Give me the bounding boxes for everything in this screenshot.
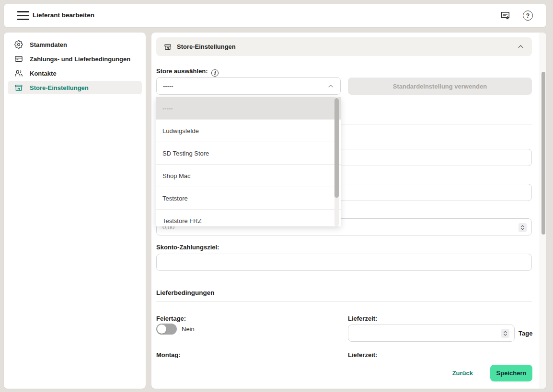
standardeinstellung-button[interactable]: Standardeinstellung verwenden bbox=[348, 78, 532, 95]
sidebar-item-label: Stammdaten bbox=[30, 41, 67, 48]
section-divider bbox=[156, 301, 532, 302]
sidebar-item-label: Zahlungs- und Lieferbedingungen bbox=[30, 56, 130, 63]
option-teststore[interactable]: Teststore bbox=[156, 187, 341, 210]
info-circle-icon[interactable]: i bbox=[211, 69, 219, 77]
lieferzeit-field[interactable] bbox=[348, 325, 515, 342]
people-icon bbox=[14, 69, 23, 78]
option-teststore-frz[interactable]: Teststore FRZ bbox=[156, 210, 341, 226]
chevron-up-icon bbox=[327, 83, 334, 90]
speichern-button[interactable]: Speichern bbox=[490, 365, 532, 381]
number-stepper-icon[interactable] bbox=[518, 223, 527, 232]
section-title: Store-Einstellungen bbox=[177, 43, 236, 50]
toggle-knob bbox=[157, 325, 166, 334]
feedback-message-star-icon[interactable] bbox=[500, 11, 510, 21]
store-select-value: ----- bbox=[163, 82, 173, 90]
option-shop-mac[interactable]: Shop Mac bbox=[156, 165, 341, 187]
panel-scroll-area: Store-Einstellungen Store auswählen:i Sk… bbox=[151, 33, 540, 358]
option-dashes[interactable]: ----- bbox=[156, 97, 341, 120]
footer-actions: Zurück Speichern bbox=[449, 365, 532, 381]
store-icon bbox=[164, 43, 172, 51]
panel-scrollbar-thumb[interactable] bbox=[541, 72, 545, 235]
gear-icon bbox=[14, 40, 23, 49]
hamburger-menu-icon[interactable] bbox=[17, 11, 29, 20]
feiertage-value: Nein bbox=[182, 325, 195, 333]
section-header-store-einstellungen[interactable]: Store-Einstellungen bbox=[156, 37, 532, 56]
credit-card-icon bbox=[14, 55, 23, 63]
store-select-label: Store auswählen:i bbox=[156, 67, 219, 77]
page-title: Lieferant bearbeiten bbox=[33, 11, 94, 19]
sidebar-item-label: Kontakte bbox=[30, 70, 57, 77]
option-ludwigsfelde[interactable]: Ludwigsfelde bbox=[156, 120, 341, 142]
feiertage-label: Feiertage: bbox=[156, 315, 186, 322]
sidebar-item-zahlungs-lieferbedingungen[interactable]: Zahlungs- und Lieferbedingungen bbox=[8, 52, 142, 66]
sidebar-item-label: Store-Einstellungen bbox=[30, 84, 89, 91]
zurueck-button[interactable]: Zurück bbox=[449, 369, 476, 377]
skonto-zahlungsziel-field[interactable] bbox=[156, 254, 532, 271]
option-sd-testing-store[interactable]: SD Testing Store bbox=[156, 142, 341, 165]
sidebar-nav: Stammdaten Zahlungs- und Lieferbedingung… bbox=[4, 33, 146, 389]
panel-scrollbar[interactable] bbox=[540, 33, 546, 389]
help-question-circle-icon[interactable]: ? bbox=[523, 11, 533, 21]
store-select-options-list: ----- Ludwigsfelde SD Testing Store Shop… bbox=[156, 97, 341, 226]
store-icon bbox=[14, 83, 23, 92]
help-glyph: ? bbox=[526, 12, 530, 19]
number-stepper-icon[interactable] bbox=[501, 329, 509, 338]
skonto-zahlungsziel-label: Skonto-Zahlungsziel: bbox=[156, 244, 219, 251]
main-panel: Store-Einstellungen Store auswählen:i Sk… bbox=[151, 33, 546, 389]
dropdown-scrollbar[interactable] bbox=[334, 97, 339, 226]
lieferbedingungen-heading: Lieferbedingungen bbox=[156, 289, 215, 296]
store-select-dropdown[interactable]: ----- bbox=[156, 77, 341, 95]
tage-label: Tage bbox=[518, 330, 532, 337]
feiertage-toggle[interactable] bbox=[156, 324, 177, 335]
top-bar: Lieferant bearbeiten ? bbox=[4, 4, 546, 27]
lieferzeit-label-montag: Lieferzeit: bbox=[348, 351, 377, 358]
sidebar-item-kontakte[interactable]: Kontakte bbox=[8, 67, 142, 80]
lieferzeit-label: Lieferzeit: bbox=[348, 315, 377, 322]
sidebar-item-stammdaten[interactable]: Stammdaten bbox=[8, 38, 142, 51]
dropdown-scrollbar-thumb[interactable] bbox=[334, 98, 339, 198]
montag-label: Montag: bbox=[156, 351, 181, 358]
sidebar-item-store-einstellungen[interactable]: Store-Einstellungen bbox=[8, 81, 142, 94]
chevron-up-icon[interactable] bbox=[517, 43, 524, 50]
